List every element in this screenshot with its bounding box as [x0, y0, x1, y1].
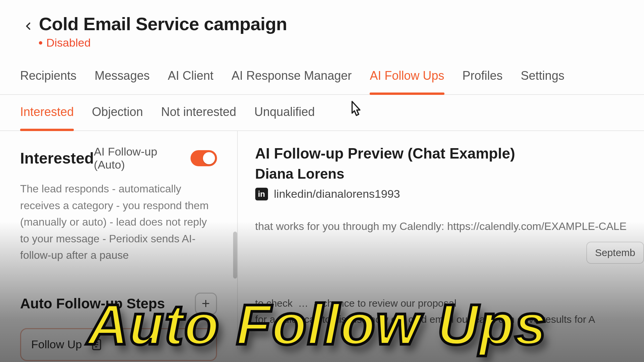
subtab-not-interested[interactable]: Not interested — [161, 105, 236, 130]
preview-title: AI Follow-up Preview (Chat Example) — [255, 145, 627, 162]
reply-line-1a: to check — [255, 298, 293, 309]
toggle-label: AI Follow-up (Auto) — [94, 145, 183, 171]
subtab-unqualified[interactable]: Unqualified — [254, 105, 315, 130]
reply-snippet: to check … a chance to review our propos… — [255, 295, 644, 327]
primary-nav: Recipients Messages AI Client AI Respons… — [0, 59, 644, 95]
tab-profiles[interactable]: Profiles — [463, 69, 503, 94]
left-column: Interested AI Follow-up (Auto) The lead … — [0, 131, 238, 349]
preview-person-name: Diana Lorens — [255, 166, 627, 182]
step-label: Follow Up — [31, 338, 82, 351]
tab-messages[interactable]: Messages — [95, 69, 150, 94]
document-icon — [90, 338, 103, 351]
toggle-group: AI Follow-up (Auto) — [94, 145, 217, 171]
linkedin-handle: linkedin/dianalorens1993 — [274, 187, 400, 200]
subtab-interested[interactable]: Interested — [20, 105, 74, 130]
date-chip: Septemb — [586, 242, 644, 264]
ai-followup-toggle[interactable] — [191, 150, 217, 166]
chevron-left-icon — [22, 20, 34, 32]
status-text: Disabled — [46, 36, 91, 49]
add-step-button[interactable]: + — [195, 293, 217, 315]
category-description: The lead responds - automatically receiv… — [20, 181, 217, 264]
tab-ai-client[interactable]: AI Client — [168, 69, 213, 94]
step-card[interactable]: Follow Up — [20, 328, 217, 361]
subtab-objection[interactable]: Objection — [92, 105, 143, 130]
message-snippet: that works for you through my Calendly: … — [255, 219, 627, 234]
category-title: Interested — [20, 149, 94, 167]
campaign-title: Cold Email Service campaign — [39, 13, 287, 34]
back-button[interactable] — [20, 18, 36, 34]
linkedin-row: in linkedin/dianalorens1993 — [255, 187, 627, 200]
right-column: AI Follow-up Preview (Chat Example) Dian… — [238, 131, 644, 349]
status-dot-icon — [39, 41, 42, 45]
category-row: Interested AI Follow-up (Auto) — [20, 145, 217, 171]
scrollbar[interactable] — [233, 232, 237, 279]
reply-line-1b: a chance to review our proposal — [314, 298, 457, 309]
reply-line-2: for a quick call to discuss how our cold… — [255, 314, 595, 325]
app-root: Cold Email Service campaign Disabled Rec… — [0, 0, 644, 362]
header: Cold Email Service campaign Disabled — [0, 0, 644, 59]
tab-ai-response-manager[interactable]: AI Response Manager — [231, 69, 352, 94]
secondary-nav: Interested Objection Not interested Unqu… — [0, 95, 644, 131]
content-area: Interested AI Follow-up (Auto) The lead … — [0, 131, 644, 349]
title-block: Cold Email Service campaign Disabled — [39, 13, 287, 49]
linkedin-icon: in — [255, 188, 268, 200]
steps-row: Auto Follow-up Steps + — [20, 293, 217, 315]
toggle-knob-icon — [203, 152, 215, 164]
steps-title: Auto Follow-up Steps — [20, 296, 165, 312]
tab-settings[interactable]: Settings — [521, 69, 565, 94]
tab-ai-follow-ups[interactable]: AI Follow Ups — [370, 69, 444, 94]
tab-recipients[interactable]: Recipients — [20, 69, 76, 94]
status-line: Disabled — [39, 36, 287, 49]
